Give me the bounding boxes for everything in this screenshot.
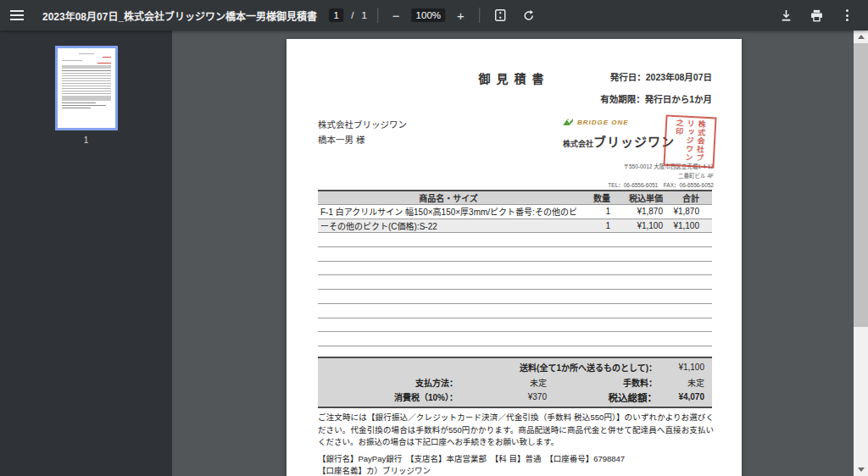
company-seal-stamp: 株式会社ブリッジワン之印	[663, 114, 716, 168]
tax-label: 消費税（10%）：	[318, 390, 458, 403]
summary-row-shipping: 送料(全て1か所へ送るものとして)： ¥1,100	[318, 360, 712, 375]
table-empty-row	[318, 290, 712, 304]
header-item-name: 商品名・サイズ	[318, 191, 576, 204]
table-empty-row	[318, 332, 712, 346]
logo-text: BRIDGE ONE	[577, 119, 629, 126]
summary-row-payment: 支払方法： 未定 手数料： 未定	[318, 375, 712, 390]
page-thumbnail[interactable]: 1	[55, 46, 118, 145]
pdf-page: 御見積書 発行日：2023年08月07日 有効期限：発行日から1か月 株式会社ブ…	[287, 39, 742, 476]
scrollbar-thumb[interactable]	[854, 43, 868, 327]
header-quantity: 数量	[576, 191, 610, 204]
issue-date: 発行日：2023年08月07日	[610, 70, 712, 83]
payment-method-label: 支払方法：	[318, 376, 458, 389]
tax-value: ¥370	[458, 392, 547, 401]
table-empty-row	[318, 304, 712, 318]
validity-period: 有効期限：発行日から1か月	[600, 92, 712, 105]
table-row: ーその他のピクト(C価格):S-22 1 ¥1,100 ¥1,100	[318, 219, 712, 234]
scroll-down-icon[interactable]	[854, 463, 868, 476]
payment-method-value: 未定	[458, 376, 547, 389]
items-table: 商品名・サイズ 数量 税込単価 合計 F-1 白アクリルサイン 幅150×高15…	[318, 190, 712, 346]
print-icon[interactable]	[804, 3, 829, 28]
issuer-block: BRIDGE ONE 株式会社ブリッジワン 株式会社ブリッジワン之印 〒550-…	[563, 114, 714, 190]
page-total: 1	[361, 10, 366, 20]
toolbar-separator	[377, 8, 378, 23]
thumbnail-sidebar: 1	[0, 30, 172, 476]
toolbar-separator	[479, 8, 480, 23]
grand-total-value: ¥4,070	[657, 392, 708, 401]
scroll-up-icon[interactable]	[854, 30, 868, 43]
menu-icon[interactable]	[10, 5, 31, 25]
bank-info-line2: 【口座名義】カ）ブリッジワン	[318, 465, 714, 476]
header-total: 合計	[663, 191, 699, 204]
page-divider: /	[351, 10, 353, 20]
table-empty-row	[318, 318, 712, 333]
table-header-row: 商品名・サイズ 数量 税込単価 合計	[318, 191, 712, 205]
table-empty-row	[318, 262, 712, 276]
table-empty-rows	[318, 233, 712, 346]
grand-total-label: 税込総額：	[547, 390, 657, 404]
header-unit-price: 税込単価	[610, 191, 663, 204]
toolbar: 2023年08月07日_株式会社ブリッジワン橋本一男様御見積書 1 / 1 − …	[0, 0, 868, 30]
zoom-level-input[interactable]: 100%	[412, 8, 445, 22]
table-empty-row	[318, 275, 712, 290]
bank-info: 【銀行名】PayPay銀行 【支店名】本店営業部 【科 目】普通 【口座番号】6…	[318, 453, 714, 476]
table-empty-row	[318, 247, 712, 262]
thumbnail-page-number: 1	[55, 136, 118, 145]
document-viewer: 御見積書 発行日：2023年08月07日 有効期限：発行日から1か月 株式会社ブ…	[172, 30, 854, 476]
shipping-value: ¥1,100	[657, 363, 708, 372]
zoom-in-button[interactable]: +	[453, 6, 469, 25]
more-options-icon[interactable]	[834, 3, 860, 28]
summary-box: 送料(全て1か所へ送るものとして)： ¥1,100 支払方法： 未定 手数料： …	[318, 357, 712, 408]
recipient-person: 橋本一男 様	[318, 132, 407, 147]
bank-info-line1: 【銀行名】PayPay銀行 【支店名】本店営業部 【科 目】普通 【口座番号】6…	[318, 453, 714, 465]
shipping-label: 送料(全て1か所へ送るものとして)：	[318, 361, 657, 374]
company-logo-icon	[563, 114, 574, 130]
page-number-input[interactable]: 1	[329, 8, 343, 22]
order-notes: ご注文時には【銀行振込／クレジットカード決済／代金引換（手数料 税込550円）】…	[318, 412, 714, 449]
recipient-company: 株式会社ブリッジワン	[318, 117, 407, 132]
fit-page-icon[interactable]	[490, 6, 510, 25]
thumbnail-page-preview	[55, 46, 118, 130]
zoom-out-button[interactable]: −	[388, 6, 404, 25]
table-empty-row	[318, 233, 712, 247]
vertical-scrollbar[interactable]	[854, 30, 868, 476]
pdf-viewer-app: 2023年08月07日_株式会社ブリッジワン橋本一男様御見積書 1 / 1 − …	[0, 0, 868, 476]
download-icon[interactable]	[773, 3, 798, 28]
summary-row-total: 消費税（10%）： ¥370 税込総額： ¥4,070	[318, 390, 712, 405]
rotate-icon[interactable]	[518, 6, 539, 25]
recipient-block: 株式会社ブリッジワン 橋本一男 様	[318, 117, 407, 147]
fee-label: 手数料：	[547, 376, 657, 389]
fee-value: 未定	[657, 376, 708, 389]
document-title-label: 2023年08月07日_株式会社ブリッジワン橋本一男様御見積書	[42, 8, 317, 23]
table-row: F-1 白アクリルサイン 幅150×高150×厚3mm/ピクト番号:その他のピク…	[318, 205, 712, 219]
